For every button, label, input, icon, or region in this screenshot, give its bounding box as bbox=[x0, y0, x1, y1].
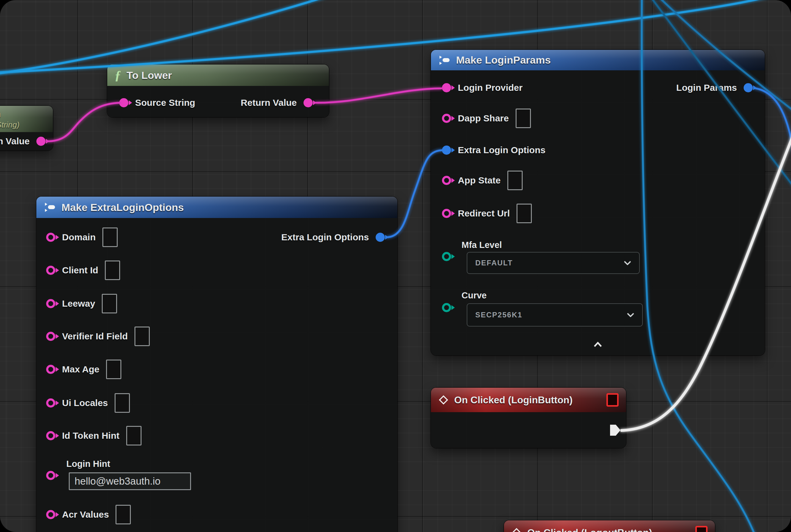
mlp-row-app-state: App State bbox=[442, 171, 523, 190]
node-oclo-header[interactable]: On Clicked (LogoutButton) bbox=[504, 520, 715, 532]
melo-row-login-hint bbox=[46, 466, 55, 485]
leeway-checkbox[interactable] bbox=[102, 294, 117, 314]
login-provider-pin[interactable] bbox=[442, 83, 451, 92]
collapse-advanced-button[interactable] bbox=[594, 342, 602, 347]
acr-values-checkbox[interactable] bbox=[116, 505, 131, 524]
return-value-pin[interactable] bbox=[304, 98, 313, 107]
node-on-clicked-login[interactable]: On Clicked (LoginButton) bbox=[431, 388, 626, 448]
mfa-level-value: DEFAULT bbox=[475, 259, 513, 267]
mfa-level-label: Mfa Level bbox=[462, 240, 502, 250]
node-to-lower[interactable]: ƒ To Lower Source String Return Value bbox=[107, 64, 329, 117]
node-melo-title: Make ExtraLoginOptions bbox=[61, 202, 184, 213]
node-string-source[interactable]: tion ox (String) eturn Value bbox=[0, 106, 53, 150]
login-params-label: Login Params bbox=[676, 82, 737, 93]
dapp-share-label: Dapp Share bbox=[458, 113, 509, 124]
source-string-pin[interactable] bbox=[119, 98, 128, 107]
id-token-hint-pin[interactable] bbox=[46, 431, 55, 440]
id-token-hint-checkbox[interactable] bbox=[126, 426, 141, 445]
max-age-checkbox[interactable] bbox=[106, 360, 121, 379]
melo-output-row: Extra Login Options bbox=[281, 227, 385, 247]
blueprint-editor: tion ox (String) eturn Value ƒ To Lower … bbox=[0, 0, 791, 532]
node-melo-header[interactable]: Make ExtraLoginOptions bbox=[36, 196, 397, 218]
domain-label: Domain bbox=[62, 232, 96, 243]
node-string-source-title: tion bbox=[0, 108, 1, 119]
return-value-label: Return Value bbox=[241, 97, 297, 108]
dapp-share-checkbox[interactable] bbox=[516, 109, 531, 128]
node-make-login-params[interactable]: Make LoginParams Login Provider Login Pa… bbox=[431, 50, 765, 355]
melo-row-ui-locales: Ui Locales bbox=[46, 393, 130, 413]
acr-values-pin[interactable] bbox=[46, 510, 55, 519]
make-struct-icon bbox=[44, 202, 56, 213]
ui-locales-pin[interactable] bbox=[46, 398, 55, 407]
app-state-pin[interactable] bbox=[442, 176, 451, 185]
node-string-source-subtitle: ox (String) bbox=[0, 120, 20, 130]
melo-row-id-token-hint: Id Token Hint bbox=[46, 426, 141, 445]
node-oclo-title: On Clicked (LogoutButton) bbox=[527, 527, 652, 532]
client-id-label: Client Id bbox=[62, 265, 98, 276]
event-diamond-icon bbox=[438, 395, 449, 405]
curve-pin[interactable] bbox=[442, 303, 451, 312]
redirect-url-pin[interactable] bbox=[442, 209, 451, 218]
login-hint-label: Login Hint bbox=[66, 459, 110, 469]
login-hint-pin[interactable] bbox=[46, 471, 55, 480]
dapp-share-pin[interactable] bbox=[442, 114, 451, 123]
domain-checkbox[interactable] bbox=[102, 227, 118, 247]
melo-row-max-age: Max Age bbox=[46, 360, 121, 379]
exec-out-pin[interactable] bbox=[610, 425, 620, 436]
max-age-pin[interactable] bbox=[46, 365, 55, 374]
melo-row-leeway: Leeway bbox=[46, 294, 117, 314]
node-mlp-header[interactable]: Make LoginParams bbox=[431, 50, 765, 70]
function-icon: ƒ bbox=[115, 69, 121, 82]
redirect-url-checkbox[interactable] bbox=[517, 204, 532, 223]
extra-login-options-out-label: Extra Login Options bbox=[281, 232, 369, 243]
chevron-down-icon bbox=[624, 261, 631, 265]
ui-locales-checkbox[interactable] bbox=[115, 393, 130, 413]
domain-pin[interactable] bbox=[46, 233, 55, 242]
event-diamond-icon bbox=[512, 527, 522, 532]
node-mlp-title: Make LoginParams bbox=[456, 54, 551, 66]
source-string-label: Source String bbox=[135, 97, 195, 108]
acr-values-label: Acr Values bbox=[62, 509, 109, 520]
mfa-level-select[interactable]: DEFAULT bbox=[467, 252, 640, 274]
verifier-id-field-label: Verifier Id Field bbox=[62, 331, 128, 342]
extra-login-options-out-pin[interactable] bbox=[375, 233, 385, 242]
curve-select[interactable]: SECP256K1 bbox=[467, 303, 643, 326]
app-state-checkbox[interactable] bbox=[507, 171, 523, 190]
client-id-pin[interactable] bbox=[46, 266, 55, 275]
node-on-clicked-logout[interactable]: On Clicked (LogoutButton) bbox=[504, 520, 715, 532]
make-struct-icon bbox=[438, 55, 450, 66]
chevron-down-icon bbox=[627, 313, 634, 317]
app-state-label: App State bbox=[458, 175, 501, 186]
node-ocl-header[interactable]: On Clicked (LoginButton) bbox=[431, 388, 626, 412]
mlp-row-dapp-share: Dapp Share bbox=[442, 109, 531, 128]
leeway-pin[interactable] bbox=[46, 299, 55, 308]
login-hint-input[interactable] bbox=[69, 472, 191, 490]
id-token-hint-label: Id Token Hint bbox=[62, 431, 119, 441]
login-provider-label: Login Provider bbox=[458, 82, 523, 93]
string-source-return-row: eturn Value bbox=[0, 131, 45, 151]
node-make-extra-login-options[interactable]: Make ExtraLoginOptions Domain Extra Logi… bbox=[36, 196, 397, 532]
curve-label: Curve bbox=[462, 290, 487, 301]
mfa-level-pin[interactable] bbox=[442, 252, 451, 261]
melo-row-verifier-id-field: Verifier Id Field bbox=[46, 326, 150, 346]
extra-login-options-in-pin[interactable] bbox=[442, 146, 451, 155]
graph-canvas[interactable]: tion ox (String) eturn Value ƒ To Lower … bbox=[0, 0, 791, 532]
client-id-checkbox[interactable] bbox=[105, 261, 120, 280]
node-string-source-header[interactable]: tion ox (String) bbox=[0, 106, 53, 132]
node-to-lower-header[interactable]: ƒ To Lower bbox=[107, 64, 329, 86]
melo-row-client-id: Client Id bbox=[46, 261, 120, 280]
login-params-pin[interactable] bbox=[744, 83, 753, 92]
string-return-value-pin[interactable] bbox=[36, 137, 45, 146]
to-lower-output-row: Return Value bbox=[241, 93, 313, 113]
node-to-lower-title: To Lower bbox=[127, 70, 172, 81]
widget-bound-badge bbox=[695, 526, 708, 532]
mlp-output-row: Login Params bbox=[676, 78, 753, 97]
verifier-id-field-checkbox[interactable] bbox=[134, 326, 150, 346]
mlp-row-mfa-pin bbox=[442, 247, 451, 266]
leeway-label: Leeway bbox=[62, 299, 95, 309]
mlp-row-extra-login-options: Extra Login Options bbox=[442, 140, 545, 160]
verifier-id-field-pin[interactable] bbox=[46, 332, 55, 341]
ui-locales-label: Ui Locales bbox=[62, 398, 108, 408]
mlp-row-curve-pin bbox=[442, 298, 451, 317]
mlp-row-login-provider: Login Provider bbox=[442, 78, 523, 97]
